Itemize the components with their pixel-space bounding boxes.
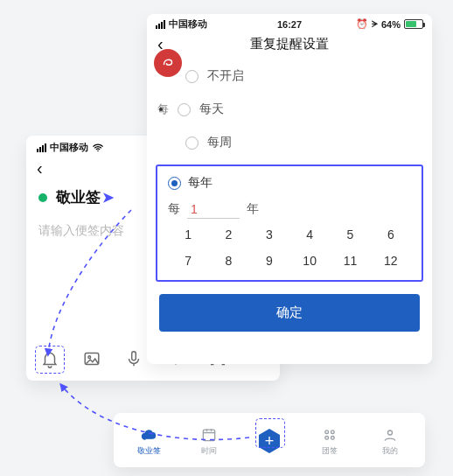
svg-rect-3 <box>132 352 136 360</box>
clock-label: 16:27 <box>147 19 432 30</box>
note-input[interactable]: 请输入便签内容 <box>38 223 124 237</box>
status-dot-icon <box>38 193 47 202</box>
app-logo-icon <box>154 49 182 77</box>
month-cell[interactable]: 8 <box>208 252 248 270</box>
confirm-button[interactable]: 确定 <box>159 294 420 332</box>
repeat-options: 不开启 每 每天 每周 <box>147 60 432 159</box>
interval-row: 每 年 <box>168 200 411 219</box>
svg-point-5 <box>325 430 329 433</box>
month-cell[interactable]: 7 <box>168 252 208 270</box>
screen-header: ‹ 重复提醒设置 <box>147 31 432 60</box>
tab-add[interactable]: + <box>240 429 300 453</box>
right-phone-repeat-settings: 中国移动 16:27 ⏰ ᗒ 64% ‹ 重复提醒设置 不开启 每 每天 每周 <box>147 14 432 364</box>
option-label: 每周 <box>207 135 232 150</box>
option-daily[interactable]: 每 每天 <box>185 93 423 126</box>
svg-point-6 <box>331 430 334 433</box>
option-label: 每天 <box>199 102 224 117</box>
bullet-icon <box>159 108 163 111</box>
radio-icon <box>178 103 191 116</box>
cloud-icon <box>140 426 157 444</box>
status-bar: 中国移动 16:27 ⏰ ᗒ 64% <box>147 14 432 31</box>
svg-point-2 <box>88 356 91 359</box>
user-icon <box>381 426 399 444</box>
yearly-config-panel: 每年 每 年 1 2 3 4 5 6 7 8 9 10 11 12 <box>156 164 423 282</box>
plus-icon: + <box>257 429 282 453</box>
month-cell[interactable]: 4 <box>289 226 330 243</box>
tab-label: 敬业签 <box>137 445 161 457</box>
option-yearly[interactable]: 每年 <box>168 175 411 191</box>
svg-point-9 <box>387 430 392 435</box>
team-icon <box>321 426 338 444</box>
month-cell[interactable]: 1 <box>168 226 208 243</box>
month-cell[interactable]: 2 <box>208 226 248 243</box>
svg-point-8 <box>331 436 334 439</box>
month-cell[interactable]: 5 <box>330 226 370 243</box>
option-label: 不开启 <box>207 68 244 84</box>
unit-label: 年 <box>247 201 259 217</box>
month-cell[interactable]: 6 <box>371 226 411 243</box>
tab-time[interactable]: 时间 <box>179 426 240 457</box>
tab-notes[interactable]: 敬业签 <box>119 426 179 457</box>
bottom-tabbar-phone: 敬业签 时间 + 团签 我的 <box>114 413 425 467</box>
option-weekly[interactable]: 每周 <box>185 126 423 159</box>
header-title: 重复提醒设置 <box>250 36 329 51</box>
prefix-label: 每 <box>168 201 180 217</box>
carrier-label: 中国移动 <box>50 141 88 154</box>
mic-button[interactable] <box>124 349 143 368</box>
radio-icon <box>185 136 199 150</box>
svg-point-0 <box>97 150 99 151</box>
note-title: 敬业签 <box>56 187 101 207</box>
tab-label: 我的 <box>382 445 398 457</box>
svg-point-7 <box>325 436 329 439</box>
option-label: 每年 <box>188 175 213 191</box>
signal-icon <box>37 144 46 152</box>
calendar-icon <box>200 426 218 444</box>
svg-rect-4 <box>204 430 215 441</box>
month-cell[interactable]: 12 <box>371 252 411 270</box>
month-cell[interactable]: 3 <box>249 226 289 243</box>
tab-label: 团签 <box>322 445 338 457</box>
month-grid: 1 2 3 4 5 6 7 8 9 10 11 12 <box>168 226 411 270</box>
tab-team[interactable]: 团签 <box>299 426 359 457</box>
month-cell[interactable]: 10 <box>289 252 330 270</box>
reminder-bell-button[interactable] <box>40 349 59 368</box>
interval-input[interactable] <box>187 200 240 219</box>
wifi-icon <box>92 142 104 154</box>
radio-icon <box>185 70 199 83</box>
month-cell[interactable]: 9 <box>249 252 289 270</box>
arrow-right-icon: ➤ <box>102 189 114 206</box>
tabbar: 敬业签 时间 + 团签 我的 <box>114 413 425 467</box>
confirm-label: 确定 <box>276 304 303 319</box>
tab-profile[interactable]: 我的 <box>359 426 420 457</box>
month-cell[interactable]: 11 <box>330 252 370 270</box>
battery-icon <box>404 19 423 29</box>
image-button[interactable] <box>82 349 101 368</box>
tab-label: 时间 <box>201 445 217 457</box>
radio-checked-icon <box>168 177 181 190</box>
option-off[interactable]: 不开启 <box>185 60 423 93</box>
